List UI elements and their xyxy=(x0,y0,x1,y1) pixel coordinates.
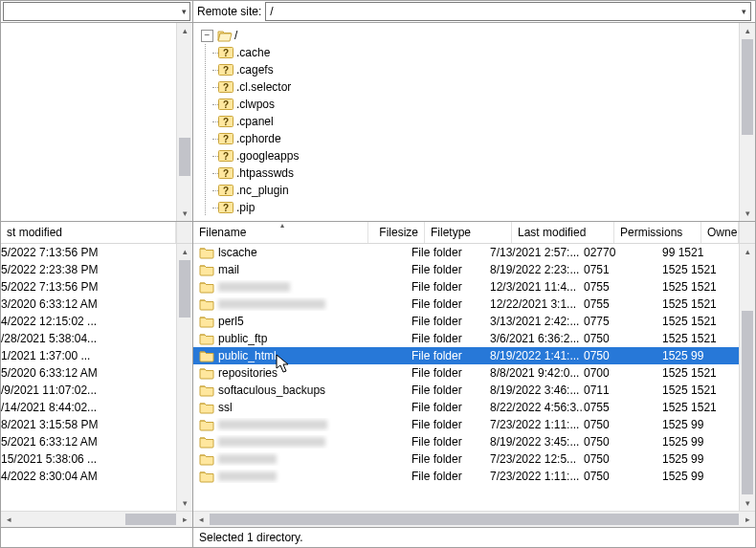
tree-item[interactable]: .cagefs xyxy=(218,61,755,78)
table-row[interactable]: sslFile folder8/22/2022 4:56:3...0755152… xyxy=(193,399,755,416)
col-header-owner[interactable]: Owner/Group xyxy=(701,222,739,243)
table-row[interactable]: File folder7/23/2022 1:11:...07501525 99 xyxy=(193,468,755,485)
local-tree-scrollbar[interactable]: ▴ ▾ xyxy=(176,23,192,221)
scroll-up-icon[interactable]: ▴ xyxy=(177,23,192,38)
tree-item[interactable]: .googleapps xyxy=(218,147,755,164)
remote-list[interactable]: lscacheFile folder7/13/2021 2:57:...0277… xyxy=(193,244,755,511)
scroll-thumb[interactable] xyxy=(210,514,739,525)
folder-open-icon xyxy=(217,29,233,42)
table-row[interactable]: File folder7/23/2022 12:5...07501525 99 xyxy=(193,450,755,468)
tree-item[interactable]: .cpanel xyxy=(218,113,755,130)
tree-item[interactable]: .nc_plugin xyxy=(218,182,755,199)
list-item[interactable]: 15/2021 5:38:06 ... xyxy=(1,450,192,468)
list-item[interactable]: 5/2022 7:13:56 PM xyxy=(1,278,192,296)
scroll-up-icon[interactable]: ▴ xyxy=(740,23,755,38)
local-top-panel: ▾ ▴ ▾ xyxy=(1,1,193,221)
table-row[interactable]: File folder8/19/2022 3:45:...07501525 99 xyxy=(193,433,755,450)
list-item[interactable]: 5/2022 7:13:56 PM xyxy=(1,244,192,261)
scroll-thumb[interactable] xyxy=(742,39,753,135)
remote-list-scrollbar[interactable]: ▴ ▾ xyxy=(739,244,755,511)
cell-permissions: 0700 xyxy=(584,364,662,382)
cell-lastmod: 8/22/2022 4:56:3... xyxy=(490,399,584,416)
table-row[interactable]: mailFile folder8/19/2022 2:23:...0751152… xyxy=(193,261,755,278)
cell-lastmod: 7/13/2021 2:57:... xyxy=(490,244,584,261)
tree-item[interactable]: .cl.selector xyxy=(218,78,755,96)
col-header-filetype[interactable]: Filetype xyxy=(425,222,512,243)
folder-icon xyxy=(199,470,214,483)
scroll-left-icon[interactable]: ◂ xyxy=(1,512,16,527)
folder-icon xyxy=(199,263,214,276)
table-row[interactable]: lscacheFile folder7/13/2021 2:57:...0277… xyxy=(193,244,755,261)
tree-root[interactable]: − / xyxy=(201,27,755,44)
scroll-left-icon[interactable]: ◂ xyxy=(193,512,209,527)
table-row[interactable]: perl5File folder3/13/2021 2:42:...077515… xyxy=(193,313,755,330)
folder-icon xyxy=(199,246,214,259)
tree-item-label: .googleapps xyxy=(236,147,299,164)
tree-collapse-icon[interactable]: − xyxy=(201,30,213,42)
scroll-thumb[interactable] xyxy=(742,311,753,494)
list-item[interactable]: /14/2021 8:44:02... xyxy=(1,399,192,416)
list-item[interactable]: 3/2020 6:33:12 AM xyxy=(1,296,192,313)
local-list[interactable]: 5/2022 7:13:56 PM5/2022 2:23:38 PM5/2022… xyxy=(1,244,192,511)
table-row[interactable]: File folder7/23/2022 1:11:...07501525 99 xyxy=(193,416,755,433)
table-row[interactable]: File folder12/3/2021 11:4...07551525 152… xyxy=(193,278,755,296)
local-list-scrollbar[interactable]: ▴ ▾ xyxy=(176,244,192,511)
scroll-down-icon[interactable]: ▾ xyxy=(177,206,192,221)
scroll-thumb[interactable] xyxy=(179,260,190,318)
remote-path-dropdown[interactable]: / ▾ xyxy=(265,2,751,21)
bottom-panels: st modified 5/2022 7:13:56 PM5/2022 2:23… xyxy=(1,222,755,547)
table-row[interactable]: repositoriesFile folder8/8/2021 9:42:0..… xyxy=(193,364,755,382)
cell-filename xyxy=(199,297,364,311)
tree-item[interactable]: .cphorde xyxy=(218,130,755,147)
list-item[interactable]: 8/2021 3:15:58 PM xyxy=(1,416,192,433)
table-row[interactable]: softaculous_backupsFile folder8/19/2022 … xyxy=(193,382,755,399)
tree-item-label: .pip xyxy=(236,199,255,216)
remote-list-hscroll[interactable]: ◂ ▸ xyxy=(193,511,755,527)
tree-item[interactable]: .clwpos xyxy=(218,96,755,113)
scroll-down-icon[interactable]: ▾ xyxy=(740,206,755,221)
scroll-thumb[interactable] xyxy=(125,514,176,525)
scroll-down-icon[interactable]: ▾ xyxy=(177,495,192,511)
col-header-permissions[interactable]: Permissions xyxy=(614,222,701,243)
cell-filetype: File folder xyxy=(411,244,490,261)
remote-tree[interactable]: − / .cache.cagefs.cl.selector.clwpos.cpa… xyxy=(193,23,755,221)
local-tree[interactable]: ▴ ▾ xyxy=(1,23,192,221)
list-item[interactable]: 4/2022 12:15:02 ... xyxy=(1,313,192,330)
cell-filetype: File folder xyxy=(411,296,490,313)
tree-item[interactable]: .pip xyxy=(218,199,755,216)
scroll-right-icon[interactable]: ▸ xyxy=(177,512,192,527)
scroll-thumb[interactable] xyxy=(179,138,190,176)
list-item[interactable]: 1/2021 1:37:00 ... xyxy=(1,347,192,364)
remote-tree-scrollbar[interactable]: ▴ ▾ xyxy=(739,23,755,221)
list-item[interactable]: 5/2021 6:33:12 AM xyxy=(1,433,192,450)
cell-permissions: 0755 xyxy=(584,278,662,296)
table-row[interactable]: public_htmlFile folder8/19/2022 1:41:...… xyxy=(193,347,755,364)
cell-permissions: 0750 xyxy=(584,416,662,433)
list-item[interactable]: /9/2021 11:07:02... xyxy=(1,382,192,399)
list-item[interactable]: 5/2020 6:33:12 AM xyxy=(1,364,192,382)
cell-lastmod: 12/22/2021 3:1... xyxy=(490,296,584,313)
tree-item[interactable]: .htpasswds xyxy=(218,164,755,182)
col-header-filesize[interactable]: Filesize xyxy=(368,222,425,243)
local-list-hscroll[interactable]: ◂ ▸ xyxy=(1,511,192,527)
col-header-filename[interactable]: Filename ▴ xyxy=(193,222,368,243)
scroll-right-icon[interactable]: ▸ xyxy=(740,512,755,527)
cell-lastmod: 5/2021 6:33:12 AM xyxy=(1,433,177,450)
list-item[interactable]: 4/2022 8:30:04 AM xyxy=(1,468,192,485)
list-item[interactable]: 5/2022 2:23:38 PM xyxy=(1,261,192,278)
local-path-dropdown[interactable]: ▾ xyxy=(3,2,190,21)
cell-permissions: 0711 xyxy=(584,382,662,399)
scroll-up-icon[interactable]: ▴ xyxy=(177,244,192,259)
col-header-lastmod[interactable]: st modified xyxy=(1,222,176,243)
scroll-down-icon[interactable]: ▾ xyxy=(740,495,755,511)
cell-filename: public_ftp xyxy=(199,330,364,347)
scroll-up-icon[interactable]: ▴ xyxy=(740,244,755,259)
col-header-lastmod[interactable]: Last modified xyxy=(512,222,614,243)
cell-lastmod: 8/8/2021 9:42:0... xyxy=(490,364,584,382)
remote-site-label: Remote site: xyxy=(197,5,261,18)
table-row[interactable]: public_ftpFile folder3/6/2021 6:36:2...0… xyxy=(193,330,755,347)
list-item[interactable]: /28/2021 5:38:04... xyxy=(1,330,192,347)
cell-filename xyxy=(199,452,364,466)
table-row[interactable]: File folder12/22/2021 3:1...07551525 152… xyxy=(193,296,755,313)
tree-item[interactable]: .cache xyxy=(218,44,755,61)
